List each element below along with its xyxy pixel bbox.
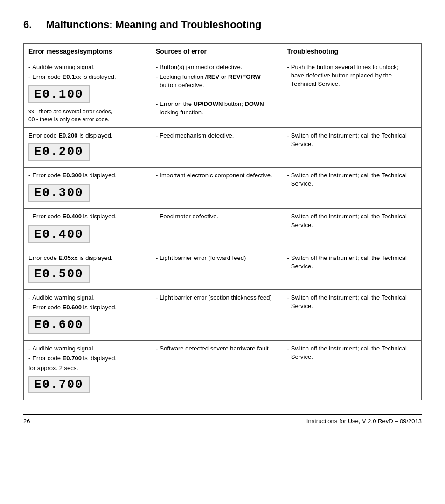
- source-item: - Button(s) jammed or defective.: [156, 63, 277, 71]
- error-item: - Error code E0.1xx is displayed.: [28, 73, 146, 81]
- error-item: - Audible warning signal.: [28, 63, 146, 71]
- trouble-item: - Switch off the instrument; call the Te…: [287, 344, 417, 361]
- source-item: - Software detected severe hardware faul…: [156, 344, 277, 353]
- source-item: - Light barrier error (section thickness…: [156, 294, 277, 302]
- trouble-cell-3: - Switch off the instrument; call the Te…: [282, 168, 422, 209]
- trouble-item: - Switch off the instrument; call the Te…: [287, 212, 417, 229]
- table-row: - Audible warning signal. - Error code E…: [24, 341, 422, 400]
- table-row: - Error code E0.300 is displayed. E0.300…: [24, 168, 422, 209]
- chapter-number: 6.: [23, 19, 32, 30]
- table-row: Error code E.05xx is displayed. E0.500 -…: [24, 250, 422, 289]
- page-title: 6. Malfunctions: Meaning and Troubleshoo…: [23, 19, 422, 34]
- error-cell-3: - Error code E0.300 is displayed. E0.300: [24, 168, 151, 209]
- trouble-cell-5: - Switch off the instrument; call the Te…: [282, 250, 422, 289]
- footer: 26 Instructions for Use, V 2.0 RevD – 09…: [23, 414, 422, 425]
- source-cell-5: - Light barrier error (forward feed): [151, 250, 282, 289]
- header-sources: Sources of error: [151, 44, 282, 59]
- source-item: - Locking function /REV or REV/FORW butt…: [156, 73, 277, 90]
- trouble-item: - Push the button several times to unloc…: [287, 63, 417, 89]
- trouble-cell-7: - Switch off the instrument; call the Te…: [282, 341, 422, 400]
- lcd-display-4: E0.400: [28, 225, 90, 243]
- title-text: Malfunctions: Meaning and Troubleshootin…: [46, 19, 261, 30]
- lcd-display-7: E0.700: [28, 376, 90, 393]
- error-item: - Error code E0.300 is displayed.: [28, 171, 146, 180]
- error-cell-6: - Audible warning signal. - Error code E…: [24, 289, 151, 340]
- trouble-item: - Switch off the instrument; call the Te…: [287, 171, 417, 188]
- lcd-display-1: E0.100: [28, 85, 90, 103]
- trouble-cell-1: - Push the button several times to unloc…: [282, 59, 422, 128]
- main-content: Error messages/symptoms Sources of error…: [23, 43, 422, 400]
- footer-doc-info: Instructions for Use, V 2.0 RevD – 09/20…: [306, 418, 422, 425]
- error-cell-7: - Audible warning signal. - Error code E…: [24, 341, 151, 400]
- lcd-display-5: E0.500: [28, 265, 90, 283]
- error-item: - Error code E0.400 is displayed.: [28, 212, 146, 221]
- header-errors: Error messages/symptoms: [24, 44, 151, 59]
- trouble-cell-6: - Switch off the instrument; call the Te…: [282, 289, 422, 340]
- error-item: - Error code E0.600 is displayed.: [28, 303, 146, 312]
- source-cell-4: - Feed motor defective.: [151, 209, 282, 250]
- source-item: - Error on the UP/DOWN button; DOWN lock…: [156, 100, 277, 117]
- source-item: - Feed motor defective.: [156, 212, 277, 221]
- trouble-item: - Switch off the instrument; call the Te…: [287, 132, 417, 148]
- error-cell-5: Error code E.05xx is displayed. E0.500: [24, 250, 151, 289]
- footer-page-number: 26: [23, 418, 30, 425]
- error-cell-4: - Error code E0.400 is displayed. E0.400: [24, 209, 151, 250]
- source-cell-2: - Feed mechanism defective.: [151, 127, 282, 167]
- trouble-cell-4: - Switch off the instrument; call the Te…: [282, 209, 422, 250]
- source-item: - Important electronic component defecti…: [156, 171, 277, 180]
- source-cell-1: - Button(s) jammed or defective. - Locki…: [151, 59, 282, 128]
- source-cell-3: - Important electronic component defecti…: [151, 168, 282, 209]
- error-item: - Error code E0.700 is displayed.: [28, 354, 146, 363]
- source-item: - Light barrier error (forward feed): [156, 254, 277, 262]
- malfunction-table: Error messages/symptoms Sources of error…: [23, 43, 422, 400]
- table-row: - Audible warning signal. - Error code E…: [24, 59, 422, 128]
- source-cell-7: - Software detected severe hardware faul…: [151, 341, 282, 400]
- error-item: - Audible warning signal.: [28, 344, 146, 353]
- lcd-display-3: E0.300: [28, 184, 90, 202]
- table-row: - Audible warning signal. - Error code E…: [24, 289, 422, 340]
- error-item: - Audible warning signal.: [28, 294, 146, 302]
- table-row: Error code E0.200 is displayed. E0.200 -…: [24, 127, 422, 167]
- error-note: xx - there are several error codes, 00 -…: [28, 108, 146, 124]
- error-cell-2: Error code E0.200 is displayed. E0.200: [24, 127, 151, 167]
- lcd-display-6: E0.600: [28, 316, 90, 334]
- source-item: - Feed mechanism defective.: [156, 132, 277, 140]
- header-trouble: Troubleshooting: [282, 44, 422, 59]
- source-cell-6: - Light barrier error (section thickness…: [151, 289, 282, 340]
- error-note-7: for approx. 2 secs.: [28, 364, 146, 372]
- table-row: - Error code E0.400 is displayed. E0.400…: [24, 209, 422, 250]
- table-header-row: Error messages/symptoms Sources of error…: [24, 44, 422, 59]
- trouble-item: - Switch off the instrument; call the Te…: [287, 294, 417, 310]
- trouble-item: - Switch off the instrument; call the Te…: [287, 254, 417, 271]
- lcd-display-2: E0.200: [28, 143, 90, 161]
- error-cell-1: - Audible warning signal. - Error code E…: [24, 59, 151, 128]
- trouble-cell-2: - Switch off the instrument; call the Te…: [282, 127, 422, 167]
